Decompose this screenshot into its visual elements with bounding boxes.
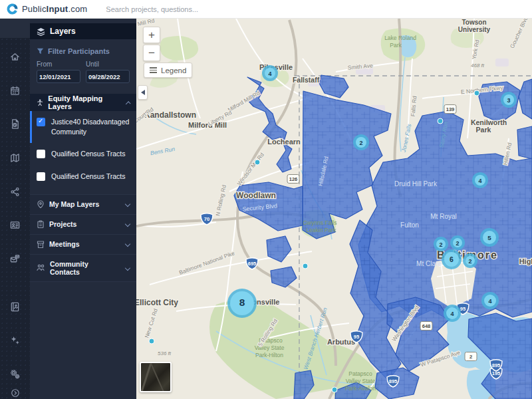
panel-collapse-button[interactable] xyxy=(138,85,148,100)
map-label: Woodlawn xyxy=(236,191,276,200)
brand-text: PublicInput.com xyxy=(22,4,87,14)
nav-share-icon[interactable] xyxy=(5,182,25,201)
point-marker[interactable] xyxy=(303,263,308,269)
point-marker[interactable] xyxy=(438,118,443,124)
map-label: Mt Clare xyxy=(416,260,442,267)
cluster-marker[interactable]: 2 xyxy=(450,235,465,250)
date-until-input[interactable] xyxy=(86,70,130,83)
nav-messages-icon[interactable] xyxy=(5,249,25,269)
cluster-marker[interactable]: 4 xyxy=(262,65,278,81)
cluster-marker[interactable]: 2 xyxy=(463,253,477,268)
layers-panel-header[interactable]: Layers xyxy=(30,23,136,39)
checkbox-unchecked[interactable] xyxy=(37,150,45,158)
archive-box-icon xyxy=(37,240,45,249)
nav-settings-gears-icon[interactable] xyxy=(5,364,25,384)
map-label: Leakin Park xyxy=(307,227,337,233)
cluster-marker[interactable]: 2 xyxy=(353,134,369,150)
map-label: Patapsco xyxy=(348,370,372,377)
svg-text:895: 895 xyxy=(389,378,398,384)
cluster-marker[interactable]: 8 xyxy=(227,289,257,318)
svg-text:2: 2 xyxy=(456,240,459,247)
checkbox-checked[interactable] xyxy=(37,118,45,126)
chevron-down-icon xyxy=(125,265,130,271)
cluster-marker[interactable]: 2 xyxy=(434,237,448,251)
filter-participants-block: Filter Participants From Until xyxy=(30,39,136,86)
point-marker[interactable] xyxy=(332,387,337,392)
map-canvas[interactable]: RandallstownMilford MillLochearnWoodlawn… xyxy=(136,19,532,399)
state-route-shield: 126 xyxy=(287,175,299,184)
svg-text:2: 2 xyxy=(439,241,442,248)
map-label: Park xyxy=(390,42,402,49)
publicinput-logo-icon xyxy=(7,3,18,15)
map-label: Park-Avalon xyxy=(345,385,376,392)
svg-text:695: 695 xyxy=(248,261,257,267)
nav-icon-rail xyxy=(0,19,30,399)
nav-home-icon[interactable] xyxy=(5,47,25,66)
section-meetings[interactable]: Meetings xyxy=(30,235,136,255)
point-marker[interactable] xyxy=(149,338,154,344)
map-label: Towson xyxy=(462,19,486,26)
map-label: Arbutus xyxy=(327,338,355,346)
svg-text:2: 2 xyxy=(468,258,471,265)
svg-text:895: 895 xyxy=(492,362,501,368)
legend-button[interactable]: Legend xyxy=(144,63,192,78)
svg-text:95: 95 xyxy=(354,334,359,340)
layer-toggle-qct-2[interactable]: Qualified Census Tracts xyxy=(30,166,136,188)
filter-funnel-icon xyxy=(37,48,44,55)
cluster-marker[interactable]: 4 xyxy=(472,172,488,188)
svg-text:4: 4 xyxy=(268,70,271,77)
map-label: Park-Hilton xyxy=(255,352,283,358)
legend-list-icon xyxy=(150,67,157,73)
filter-participants-title[interactable]: Filter Participants xyxy=(37,47,130,55)
nav-report-book-icon[interactable] xyxy=(5,297,25,317)
rail-expand-icon[interactable] xyxy=(5,384,25,399)
nav-contact-card-icon[interactable] xyxy=(5,215,25,235)
rail-top-block[interactable] xyxy=(0,19,30,38)
map-marker-icon xyxy=(37,200,45,209)
nav-calendar-icon[interactable] xyxy=(5,81,25,100)
zoom-in-button[interactable]: + xyxy=(143,27,160,43)
nav-map-icon[interactable] xyxy=(5,148,25,168)
date-from-input[interactable] xyxy=(37,70,80,83)
map-label: Fulton xyxy=(400,221,419,229)
cluster-marker[interactable]: 6 xyxy=(442,249,462,269)
chevron-down-icon xyxy=(125,201,130,207)
state-route-shield: 648 xyxy=(420,322,432,331)
basemap-svg: RandallstownMilford MillLochearnWoodlawn… xyxy=(136,19,532,399)
equity-mapping-layers-header[interactable]: Equity Mapping Layers xyxy=(30,94,136,111)
layer-toggle-justice40[interactable]: Justice40 Disadvantaged Community xyxy=(30,111,136,143)
layers-icon xyxy=(37,27,45,36)
point-marker[interactable] xyxy=(474,90,479,96)
point-marker[interactable] xyxy=(255,160,260,165)
state-route-shield: 2 xyxy=(465,352,477,361)
left-triangle-icon xyxy=(141,90,145,95)
checkbox-unchecked[interactable] xyxy=(37,172,45,181)
cluster-marker[interactable]: 4 xyxy=(481,292,499,309)
nav-file-history-icon[interactable] xyxy=(5,114,25,134)
svg-text:5: 5 xyxy=(487,234,491,241)
brand[interactable]: PublicInput.com xyxy=(0,3,87,15)
svg-text:2: 2 xyxy=(469,354,472,360)
cluster-marker[interactable]: 4 xyxy=(444,305,461,322)
svg-text:70: 70 xyxy=(204,216,209,222)
layer-toggle-qct-1[interactable]: Qualified Census Tracts xyxy=(30,143,136,165)
cluster-marker[interactable]: 5 xyxy=(480,228,499,247)
search-input[interactable] xyxy=(104,5,244,14)
map-label: Mt Royal xyxy=(430,213,456,220)
chevron-down-icon xyxy=(125,241,130,247)
cluster-marker[interactable]: 3 xyxy=(501,92,517,108)
layers-panel: Layers Filter Participants From Until Eq… xyxy=(30,19,136,399)
svg-text:2: 2 xyxy=(359,140,362,146)
layer-sections: My Map Layers Projects Meetings Communit… xyxy=(30,194,136,282)
satellite-layer-preview[interactable] xyxy=(140,362,172,392)
svg-text:139: 139 xyxy=(446,106,455,112)
zoom-out-button[interactable]: − xyxy=(143,45,160,61)
map-label: Ellicott City xyxy=(136,298,178,307)
nav-sparkles-icon[interactable] xyxy=(5,331,25,350)
svg-text:6: 6 xyxy=(450,255,454,263)
section-my-map-layers[interactable]: My Map Layers xyxy=(30,195,136,215)
section-community-contacts[interactable]: Community Contacts xyxy=(30,255,136,282)
date-from-label: From xyxy=(37,61,80,68)
svg-text:4: 4 xyxy=(478,178,481,184)
section-projects[interactable]: Projects xyxy=(30,215,136,235)
